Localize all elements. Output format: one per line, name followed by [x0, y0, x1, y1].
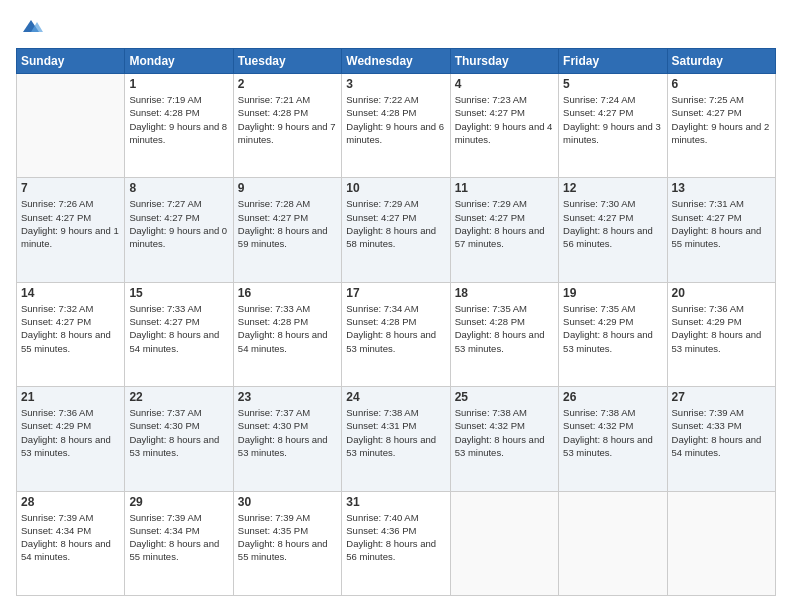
day-number: 21 — [21, 390, 120, 404]
day-number: 14 — [21, 286, 120, 300]
day-info: Sunrise: 7:35 AMSunset: 4:29 PMDaylight:… — [563, 302, 662, 355]
calendar-week-row: 14Sunrise: 7:32 AMSunset: 4:27 PMDayligh… — [17, 282, 776, 386]
day-info: Sunrise: 7:38 AMSunset: 4:31 PMDaylight:… — [346, 406, 445, 459]
day-info: Sunrise: 7:37 AMSunset: 4:30 PMDaylight:… — [129, 406, 228, 459]
day-info: Sunrise: 7:19 AMSunset: 4:28 PMDaylight:… — [129, 93, 228, 146]
day-number: 8 — [129, 181, 228, 195]
weekday-header: Friday — [559, 49, 667, 74]
calendar-cell: 23Sunrise: 7:37 AMSunset: 4:30 PMDayligh… — [233, 387, 341, 491]
calendar-cell: 3Sunrise: 7:22 AMSunset: 4:28 PMDaylight… — [342, 74, 450, 178]
calendar-cell: 5Sunrise: 7:24 AMSunset: 4:27 PMDaylight… — [559, 74, 667, 178]
calendar-cell: 13Sunrise: 7:31 AMSunset: 4:27 PMDayligh… — [667, 178, 775, 282]
logo-text — [16, 16, 43, 38]
calendar-cell: 26Sunrise: 7:38 AMSunset: 4:32 PMDayligh… — [559, 387, 667, 491]
calendar-cell: 14Sunrise: 7:32 AMSunset: 4:27 PMDayligh… — [17, 282, 125, 386]
weekday-header: Wednesday — [342, 49, 450, 74]
day-info: Sunrise: 7:39 AMSunset: 4:34 PMDaylight:… — [21, 511, 120, 564]
day-number: 6 — [672, 77, 771, 91]
calendar-cell: 28Sunrise: 7:39 AMSunset: 4:34 PMDayligh… — [17, 491, 125, 595]
weekday-header: Monday — [125, 49, 233, 74]
calendar-cell: 19Sunrise: 7:35 AMSunset: 4:29 PMDayligh… — [559, 282, 667, 386]
day-number: 19 — [563, 286, 662, 300]
calendar-cell: 11Sunrise: 7:29 AMSunset: 4:27 PMDayligh… — [450, 178, 558, 282]
calendar-cell: 24Sunrise: 7:38 AMSunset: 4:31 PMDayligh… — [342, 387, 450, 491]
calendar-cell: 12Sunrise: 7:30 AMSunset: 4:27 PMDayligh… — [559, 178, 667, 282]
day-number: 2 — [238, 77, 337, 91]
day-info: Sunrise: 7:26 AMSunset: 4:27 PMDaylight:… — [21, 197, 120, 250]
weekday-header: Saturday — [667, 49, 775, 74]
day-number: 26 — [563, 390, 662, 404]
day-info: Sunrise: 7:34 AMSunset: 4:28 PMDaylight:… — [346, 302, 445, 355]
day-number: 28 — [21, 495, 120, 509]
day-number: 11 — [455, 181, 554, 195]
day-info: Sunrise: 7:32 AMSunset: 4:27 PMDaylight:… — [21, 302, 120, 355]
calendar-cell: 17Sunrise: 7:34 AMSunset: 4:28 PMDayligh… — [342, 282, 450, 386]
calendar-cell — [17, 74, 125, 178]
day-number: 31 — [346, 495, 445, 509]
day-info: Sunrise: 7:24 AMSunset: 4:27 PMDaylight:… — [563, 93, 662, 146]
day-number: 4 — [455, 77, 554, 91]
calendar-cell: 30Sunrise: 7:39 AMSunset: 4:35 PMDayligh… — [233, 491, 341, 595]
day-number: 20 — [672, 286, 771, 300]
day-info: Sunrise: 7:25 AMSunset: 4:27 PMDaylight:… — [672, 93, 771, 146]
day-number: 15 — [129, 286, 228, 300]
calendar-cell: 9Sunrise: 7:28 AMSunset: 4:27 PMDaylight… — [233, 178, 341, 282]
calendar-cell: 25Sunrise: 7:38 AMSunset: 4:32 PMDayligh… — [450, 387, 558, 491]
day-info: Sunrise: 7:39 AMSunset: 4:34 PMDaylight:… — [129, 511, 228, 564]
day-number: 30 — [238, 495, 337, 509]
day-info: Sunrise: 7:30 AMSunset: 4:27 PMDaylight:… — [563, 197, 662, 250]
day-number: 1 — [129, 77, 228, 91]
logo — [16, 16, 43, 38]
day-info: Sunrise: 7:21 AMSunset: 4:28 PMDaylight:… — [238, 93, 337, 146]
day-number: 9 — [238, 181, 337, 195]
header — [16, 16, 776, 38]
day-info: Sunrise: 7:29 AMSunset: 4:27 PMDaylight:… — [346, 197, 445, 250]
day-info: Sunrise: 7:39 AMSunset: 4:33 PMDaylight:… — [672, 406, 771, 459]
calendar-week-row: 28Sunrise: 7:39 AMSunset: 4:34 PMDayligh… — [17, 491, 776, 595]
calendar-cell — [450, 491, 558, 595]
day-info: Sunrise: 7:38 AMSunset: 4:32 PMDaylight:… — [563, 406, 662, 459]
day-info: Sunrise: 7:33 AMSunset: 4:28 PMDaylight:… — [238, 302, 337, 355]
page: SundayMondayTuesdayWednesdayThursdayFrid… — [0, 0, 792, 612]
day-number: 23 — [238, 390, 337, 404]
day-info: Sunrise: 7:36 AMSunset: 4:29 PMDaylight:… — [672, 302, 771, 355]
day-info: Sunrise: 7:37 AMSunset: 4:30 PMDaylight:… — [238, 406, 337, 459]
day-info: Sunrise: 7:39 AMSunset: 4:35 PMDaylight:… — [238, 511, 337, 564]
day-info: Sunrise: 7:35 AMSunset: 4:28 PMDaylight:… — [455, 302, 554, 355]
day-info: Sunrise: 7:40 AMSunset: 4:36 PMDaylight:… — [346, 511, 445, 564]
calendar-cell: 4Sunrise: 7:23 AMSunset: 4:27 PMDaylight… — [450, 74, 558, 178]
day-number: 5 — [563, 77, 662, 91]
calendar-cell: 21Sunrise: 7:36 AMSunset: 4:29 PMDayligh… — [17, 387, 125, 491]
calendar-cell: 1Sunrise: 7:19 AMSunset: 4:28 PMDaylight… — [125, 74, 233, 178]
day-number: 27 — [672, 390, 771, 404]
weekday-header-row: SundayMondayTuesdayWednesdayThursdayFrid… — [17, 49, 776, 74]
calendar-cell: 7Sunrise: 7:26 AMSunset: 4:27 PMDaylight… — [17, 178, 125, 282]
calendar-cell: 2Sunrise: 7:21 AMSunset: 4:28 PMDaylight… — [233, 74, 341, 178]
calendar-week-row: 1Sunrise: 7:19 AMSunset: 4:28 PMDaylight… — [17, 74, 776, 178]
day-info: Sunrise: 7:28 AMSunset: 4:27 PMDaylight:… — [238, 197, 337, 250]
day-info: Sunrise: 7:31 AMSunset: 4:27 PMDaylight:… — [672, 197, 771, 250]
day-info: Sunrise: 7:23 AMSunset: 4:27 PMDaylight:… — [455, 93, 554, 146]
day-number: 10 — [346, 181, 445, 195]
day-number: 18 — [455, 286, 554, 300]
day-info: Sunrise: 7:29 AMSunset: 4:27 PMDaylight:… — [455, 197, 554, 250]
day-info: Sunrise: 7:38 AMSunset: 4:32 PMDaylight:… — [455, 406, 554, 459]
day-number: 13 — [672, 181, 771, 195]
calendar-cell: 29Sunrise: 7:39 AMSunset: 4:34 PMDayligh… — [125, 491, 233, 595]
calendar-cell: 6Sunrise: 7:25 AMSunset: 4:27 PMDaylight… — [667, 74, 775, 178]
day-number: 7 — [21, 181, 120, 195]
day-number: 29 — [129, 495, 228, 509]
calendar-cell: 22Sunrise: 7:37 AMSunset: 4:30 PMDayligh… — [125, 387, 233, 491]
weekday-header: Thursday — [450, 49, 558, 74]
calendar-cell: 18Sunrise: 7:35 AMSunset: 4:28 PMDayligh… — [450, 282, 558, 386]
day-number: 17 — [346, 286, 445, 300]
calendar-cell: 8Sunrise: 7:27 AMSunset: 4:27 PMDaylight… — [125, 178, 233, 282]
day-info: Sunrise: 7:27 AMSunset: 4:27 PMDaylight:… — [129, 197, 228, 250]
weekday-header: Sunday — [17, 49, 125, 74]
day-number: 22 — [129, 390, 228, 404]
day-number: 3 — [346, 77, 445, 91]
logo-icon — [19, 14, 43, 38]
day-info: Sunrise: 7:36 AMSunset: 4:29 PMDaylight:… — [21, 406, 120, 459]
calendar-cell: 15Sunrise: 7:33 AMSunset: 4:27 PMDayligh… — [125, 282, 233, 386]
calendar-cell — [559, 491, 667, 595]
